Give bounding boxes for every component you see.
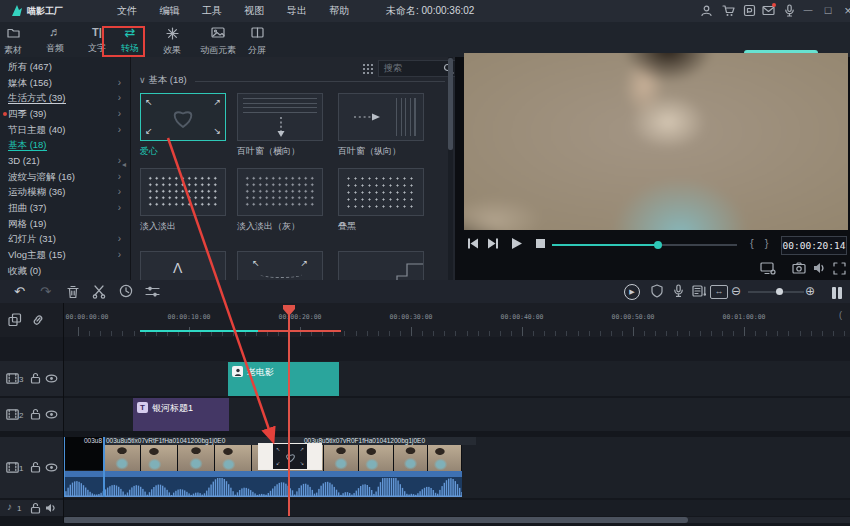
tab-splitscreen[interactable]: 分屏: [235, 25, 279, 55]
menu-edit[interactable]: 编辑: [150, 0, 188, 22]
transition-handle-right[interactable]: [307, 444, 321, 469]
menu-file[interactable]: 文件: [108, 0, 146, 22]
snapshot-camera-icon[interactable]: [792, 262, 806, 274]
undo-icon[interactable]: ↶: [14, 284, 25, 299]
eye-icon[interactable]: [45, 374, 58, 383]
stop-button[interactable]: [535, 237, 546, 250]
effect-clip[interactable]: 老电影: [228, 362, 339, 396]
redo-icon[interactable]: ↷: [40, 284, 51, 299]
lock-icon[interactable]: [30, 408, 41, 420]
record-mic-icon[interactable]: [672, 284, 685, 298]
section-header[interactable]: ∨ 基本 (18): [139, 74, 187, 87]
play-button[interactable]: [511, 237, 523, 250]
audio-lane[interactable]: [63, 500, 850, 516]
mark-in-out-icons[interactable]: { }: [750, 237, 772, 249]
minimize-button[interactable]: —: [798, 0, 818, 21]
transition-stretch[interactable]: ↖ ↗: [237, 251, 323, 280]
tab-effects[interactable]: 效果: [150, 25, 194, 55]
search-input[interactable]: 搜索: [378, 60, 457, 77]
dissolve-dots: [244, 175, 316, 209]
sidebar-item-holiday[interactable]: 节日主题 (40)›: [0, 122, 130, 137]
tab-media[interactable]: 素材: [0, 25, 35, 55]
menu-export[interactable]: 导出: [278, 0, 316, 22]
panel-scrollbar[interactable]: [448, 57, 453, 280]
menu-help[interactable]: 帮助: [320, 0, 358, 22]
playhead-marker[interactable]: [282, 304, 296, 317]
resources-icon[interactable]: [743, 4, 756, 17]
lock-icon[interactable]: [30, 502, 41, 514]
seek-bar-knob[interactable]: [654, 241, 662, 249]
account-icon[interactable]: [700, 4, 713, 17]
next-frame-button[interactable]: [487, 237, 501, 250]
track-height-icon[interactable]: [832, 285, 844, 303]
grid-view-icon[interactable]: [362, 63, 373, 74]
sidebar-item-lifestyle[interactable]: 生活方式 (39)›: [0, 90, 130, 105]
eye-icon[interactable]: [45, 463, 58, 472]
sidebar-item-slideshow[interactable]: 幻灯片 (31)›: [0, 231, 130, 246]
applied-transition-heart[interactable]: ↖ ↗ ↙ ↘: [258, 443, 322, 470]
sidebar-item-motion-blur[interactable]: 运动模糊 (36)›: [0, 184, 130, 199]
lock-icon[interactable]: [30, 372, 41, 384]
sidebar-item-all[interactable]: 所有 (467): [0, 59, 130, 74]
sidebar-collapse-icon[interactable]: ◂: [122, 160, 126, 169]
track3-lane[interactable]: [63, 361, 850, 396]
messages-icon[interactable]: [762, 4, 775, 17]
sidebar-item-basic[interactable]: 基本 (18): [0, 137, 130, 152]
transition-blinds-horizontal[interactable]: [237, 93, 323, 141]
transition-blinds-vertical[interactable]: [338, 93, 424, 141]
transition-heart[interactable]: ↖ ↗ ↙ ↘: [140, 93, 226, 141]
previous-frame-button[interactable]: [465, 237, 479, 250]
scrollbar-thumb[interactable]: [448, 58, 453, 150]
menu-view[interactable]: 视图: [235, 0, 273, 22]
sidebar-item-media[interactable]: 媒体 (156)›: [0, 75, 130, 90]
render-preview-icon[interactable]: ▶: [624, 284, 640, 300]
zoom-in-icon[interactable]: ⊕: [805, 284, 815, 299]
playhead-line[interactable]: [288, 315, 290, 516]
sidebar-item-warp[interactable]: 扭曲 (37)›: [0, 200, 130, 215]
sidebar-item-favorites[interactable]: 收藏 (0): [0, 263, 130, 278]
menu-tools[interactable]: 工具: [193, 0, 231, 22]
sidebar-item-grid[interactable]: 网格 (19): [0, 216, 130, 231]
sidebar-item-3d[interactable]: 3D (21)›: [0, 153, 130, 168]
eye-icon[interactable]: [45, 410, 58, 419]
title-clip[interactable]: T 银河标题1: [133, 398, 229, 431]
duration-clock-icon[interactable]: [119, 284, 133, 298]
close-button[interactable]: ×: [838, 0, 850, 21]
lock-icon[interactable]: [30, 461, 41, 473]
fullscreen-icon[interactable]: [833, 262, 846, 275]
adjust-properties-icon[interactable]: [145, 285, 160, 298]
black-clip-label: 003u8: [84, 437, 102, 445]
timeline-zoom-knob[interactable]: [776, 288, 783, 295]
sidebar-item-vlog[interactable]: Vlog主题 (15)›: [0, 247, 130, 262]
auto-ripple-icon[interactable]: ↔: [710, 285, 728, 299]
audio-mixer-icon[interactable]: [692, 284, 706, 298]
manage-tracks-icon[interactable]: [8, 313, 22, 327]
speaker-icon[interactable]: [45, 503, 58, 513]
transition-zigzag[interactable]: Λ: [140, 251, 226, 280]
transition-icon: ⇄: [108, 25, 152, 40]
sidebar-item-ripple-dissolve[interactable]: 波纹与溶解 (16)›: [0, 169, 130, 184]
timeline-scrollbar[interactable]: [63, 517, 850, 523]
black-clip[interactable]: 003u8: [63, 437, 104, 470]
transition-fade[interactable]: [140, 168, 226, 216]
store-cart-icon[interactable]: [722, 4, 735, 17]
maximize-button[interactable]: □: [818, 0, 838, 21]
scrollbar-thumb[interactable]: [63, 517, 688, 523]
preview-video[interactable]: [464, 53, 848, 230]
split-scissors-icon[interactable]: [92, 285, 106, 299]
transition-dip-to-black[interactable]: [338, 168, 424, 216]
display-settings-icon[interactable]: [760, 262, 776, 275]
video-track-icon: [6, 373, 19, 384]
tab-audio[interactable]: ♬ 音频: [33, 25, 77, 55]
transition-handle-left[interactable]: [259, 444, 273, 469]
tab-transition[interactable]: ⇄ 转场: [108, 25, 152, 55]
transition-fade-gray[interactable]: [237, 168, 323, 216]
volume-icon[interactable]: [813, 262, 827, 274]
marker-flag-icon[interactable]: [651, 284, 663, 298]
record-voice-icon[interactable]: [783, 4, 796, 17]
zoom-out-icon[interactable]: ⊖: [731, 284, 741, 299]
link-clips-icon[interactable]: [31, 313, 45, 327]
delete-icon[interactable]: [66, 285, 80, 299]
sidebar-item-seasons[interactable]: 四季 (39)›: [0, 106, 130, 121]
transition-steps[interactable]: [338, 251, 424, 280]
